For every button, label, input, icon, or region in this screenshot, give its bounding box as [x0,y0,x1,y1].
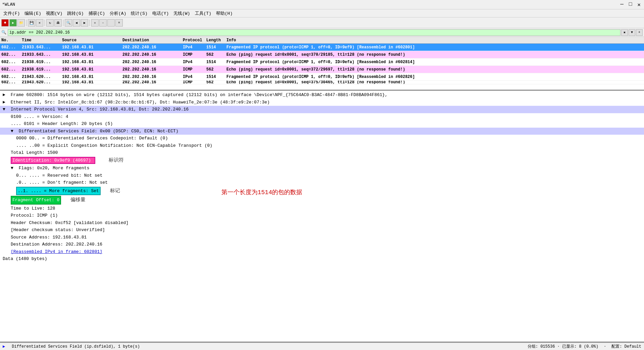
menu-file[interactable]: 文件(F) [1,10,22,17]
filter-bar: 🔍 ✖ ▼ + [0,28,644,37]
menu-capture[interactable]: 捕获(C) [87,10,107,17]
filter-dropdown-btn[interactable]: ▼ [629,29,635,36]
cell-source: 192.168.43.81 [62,52,122,57]
cell-info: Fragmented IP protocol (proto=ICMP 1, of… [226,75,644,79]
frag-offset-annotation: 偏移量 [70,197,86,203]
packet-detail[interactable]: ► Frame 602800: 1514 bytes on wire (1211… [0,91,644,343]
restart-button[interactable]: ▶ [9,19,17,27]
table-row[interactable]: 602... 21938.619... 192.168.43.81 202.20… [0,66,644,73]
zoom-in-button[interactable]: ＋ [91,19,99,27]
filter-input[interactable] [8,29,621,36]
cell-time: 21943.620... [22,75,62,79]
table-row[interactable]: 602... 21938.619... 192.168.43.81 202.20… [0,58,644,66]
status-field-info: Differentiated Services Field (ip.dsfiel… [12,344,140,349]
menu-telephony[interactable]: 电话(Y) [150,10,171,17]
filter-apply-btn[interactable]: ✖ [621,29,628,36]
table-row[interactable]: 602... 21933.643... 192.168.43.81 202.20… [0,51,644,58]
zoom-reset-button[interactable]: ​ [107,19,115,27]
src-addr-line: Source Address: 192.168.43.81 [0,234,644,241]
more-frag-line: ..1. .... = More fragments: Set 标记 [0,186,644,196]
cell-destination: 202.202.240.16 [122,81,183,84]
prev-button[interactable]: ◀ [73,19,80,27]
cell-protocol: ICMP [183,81,206,84]
cell-time: 21943.620... [22,81,62,84]
cell-info: Fragmented IP protocol (proto=ICMP 1, of… [226,45,644,50]
cell-info: Echo (ping) request id=0x0001, seq=370/2… [226,52,644,57]
ipv4-text: Internet Protocol Version 4, Src: 192.16… [11,107,189,112]
id-annotation: 标识符 [109,158,124,163]
dst-addr-line: Destination Address: 202.202.240.16 [0,241,644,248]
table-row[interactable]: 602... 21943.620... 192.168.43.81 202.20… [0,73,644,81]
col-header-time: Time [22,38,62,43]
cell-protocol: IPv4 [183,75,206,79]
ttl-text: Time to Live: 128 [11,206,55,211]
save-button[interactable]: 💾 [28,19,35,27]
col-header-info: Info [226,38,644,43]
print-button[interactable]: 🖶 [54,19,62,27]
minimize-button[interactable]: — [619,1,625,8]
proto-text: Protocol: ICMP (1) [11,213,58,218]
dsf-line[interactable]: ▼ Differentiated Services Field: 0x00 (D… [0,128,644,135]
cell-info: Echo (ping) request id=0x0001, seq=372/2… [226,67,644,72]
ethernet-line[interactable]: ► Ethernet II, Src: IntelCor_8c:b1:67 (9… [0,99,644,106]
menu-wireless[interactable]: 无线(W) [171,10,192,17]
src-addr-text: Source Address: 192.168.43.81 [11,235,87,240]
menu-bar: 文件(F) 编辑(E) 视图(V) 跳转(G) 捕获(C) 分析(A) 统计(S… [0,9,644,17]
checksum-line: Header Checksum: 0xcf52 [validation disa… [0,219,644,227]
status-icon: ▶ [3,344,5,349]
more-frag-highlight: ..1. .... = More fragments: Set [16,187,101,195]
filter-add-btn[interactable]: + [636,29,643,36]
dont-frag-text: .0.. .... = Don't fragment: Not set [16,180,108,185]
cell-length: 562 [206,67,226,72]
next-button[interactable]: ▶ [81,19,88,27]
stop-button[interactable]: ■ [1,19,9,27]
menu-analyze[interactable]: 分析(A) [108,10,128,17]
col-header-destination: Destination [122,38,183,43]
checksum-status-text: [Header checksum status: Unverified] [11,227,105,232]
cell-destination: 202.202.240.16 [122,67,183,72]
zoom-fit-button[interactable]: ≡ [115,19,123,27]
frame-arrow: ► [3,92,8,98]
flags-text: Flags: 0x20, More fragments [19,166,90,171]
col-header-source: Source [62,38,122,43]
cell-time: 21933.643... [22,45,62,50]
table-row[interactable]: 602... 21943.620... 192.168.43.81 202.20… [0,81,644,84]
open-button[interactable]: 📁 [17,19,25,27]
id-text: Identification: 0x9ef9 (40697) [12,158,91,163]
reassembled-line[interactable]: [Reassembled IPv4 in frame: 602801] [0,248,644,256]
more-frag-annotation: 标记 [110,188,120,194]
frag-offset-text: Fragment Offset: 0 [12,198,59,203]
checksum-status-line: [Header checksum status: Unverified] [0,226,644,234]
zoom-out-button[interactable]: － [99,19,107,27]
menu-help[interactable]: 帮助(H) [214,10,234,17]
version-line: 0100 .... = Version: 4 [0,113,644,121]
find-button[interactable]: 🔍 [65,19,72,27]
data-line: Data (1480 bytes) [0,255,644,263]
flags-line[interactable]: ▼ Flags: 0x20, More fragments [0,165,644,172]
dst-addr-text: Destination Address: 202.202.240.16 [11,242,102,247]
col-header-no: No. [0,38,22,43]
ipv4-line[interactable]: ▼ Internet Protocol Version 4, Src: 192.… [0,106,644,113]
close-file-button[interactable]: ✕ [36,19,43,27]
menu-edit[interactable]: 编辑(E) [22,10,43,17]
id-line: Identification: 0x9ef9 (40697) 标识符 [0,157,644,165]
menu-go[interactable]: 跳转(G) [65,10,86,17]
table-row[interactable]: 602... 21933.643... 192.168.43.81 202.20… [0,44,644,51]
separator-2 [45,19,45,26]
reassembled-link[interactable]: [Reassembled IPv4 in frame: 602801] [11,249,102,254]
menu-tools[interactable]: 工具(T) [193,10,213,17]
cell-no: 602... [0,52,22,57]
cell-length: 562 [206,52,226,57]
frame-line[interactable]: ► Frame 602800: 1514 bytes on wire (1211… [0,91,644,99]
separator-3 [63,19,63,26]
dscp-line: 0000 00.. = Differentiated Services Code… [0,135,644,142]
reload-button[interactable]: ↻ [46,19,54,27]
menu-view[interactable]: 视图(V) [44,10,64,17]
menu-statistics[interactable]: 统计(S) [129,10,149,17]
maximize-button[interactable]: □ [628,1,634,8]
data-text: Data (1480 bytes) [3,256,47,261]
dont-frag-line: .0.. .... = Don't fragment: Not set [0,179,644,186]
version-text: 0100 .... = Version: 4 [11,114,68,119]
dsf-text: Differentiated Services Field: 0x00 (DSC… [19,129,178,134]
close-button[interactable]: ✕ [636,1,642,8]
